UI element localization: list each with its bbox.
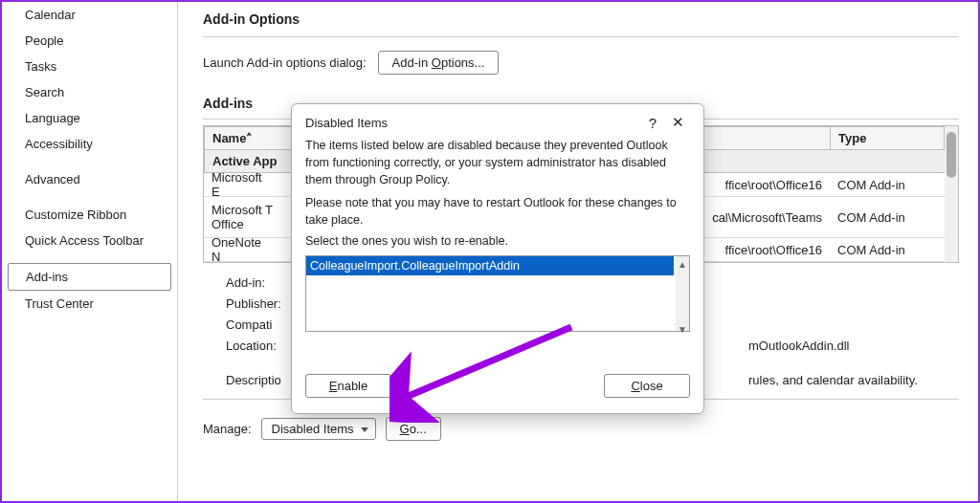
- section-title-addin-options: Add-in Options: [203, 6, 959, 37]
- dialog-text-3: Select the ones you wish to re-enable.: [305, 232, 690, 250]
- options-sidebar: Calendar People Tasks Search Language Ac…: [2, 2, 178, 501]
- sidebar-item-calendar[interactable]: Calendar: [2, 2, 177, 28]
- scroll-up-icon[interactable]: ▲: [678, 256, 687, 266]
- sidebar-item-tasks[interactable]: Tasks: [2, 54, 177, 79]
- dialog-text-2: Please note that you may have to restart…: [305, 194, 690, 229]
- disabled-items-listbox[interactable]: ColleagueImport.ColleagueImportAddin ▲ ▼: [305, 255, 690, 332]
- sidebar-item-language[interactable]: Language: [2, 105, 177, 131]
- disabled-items-dialog: Disabled Items ? ✕ The items listed belo…: [291, 103, 704, 414]
- sidebar-item-advanced[interactable]: Advanced: [2, 166, 177, 192]
- sidebar-item-accessibility[interactable]: Accessibility: [2, 131, 177, 157]
- addin-options-button[interactable]: Add-in Options...: [378, 51, 500, 75]
- dialog-title: Disabled Items: [305, 116, 640, 130]
- launch-label: Launch Add-in options dialog:: [203, 55, 367, 70]
- close-button[interactable]: Close: [604, 374, 690, 398]
- list-item-selected[interactable]: ColleagueImport.ColleagueImportAddin: [306, 256, 674, 275]
- scroll-down-icon[interactable]: ▼: [678, 321, 687, 331]
- detail-location-value: mOutlookAddin.dll: [748, 336, 850, 357]
- sidebar-item-customize-ribbon[interactable]: Customize Ribbon: [2, 202, 177, 228]
- sidebar-item-search[interactable]: Search: [2, 79, 177, 105]
- detail-description-value: rules, and calendar availability.: [748, 370, 918, 391]
- sidebar-item-trust-center[interactable]: Trust Center: [2, 291, 177, 317]
- manage-select[interactable]: Disabled Items: [261, 418, 376, 440]
- dialog-text-1: The items listed below are disabled beca…: [305, 137, 690, 188]
- cell-name: Microsoft E: [204, 173, 280, 196]
- table-header-type[interactable]: Type: [830, 126, 945, 150]
- enable-button[interactable]: Enable: [305, 374, 391, 398]
- sidebar-item-addins[interactable]: Add-ins: [8, 263, 171, 291]
- close-icon[interactable]: ✕: [665, 114, 690, 131]
- help-button[interactable]: ?: [640, 115, 665, 131]
- table-scrollbar[interactable]: [945, 126, 958, 262]
- go-button[interactable]: Go...: [386, 417, 441, 441]
- cell-name: OneNote N: [204, 238, 280, 261]
- sidebar-item-people[interactable]: People: [2, 28, 177, 54]
- scrollbar-thumb[interactable]: [947, 132, 956, 178]
- manage-label: Manage:: [203, 422, 252, 436]
- cell-type: COM Add-in: [830, 238, 945, 261]
- cell-name: Microsoft T Office: [204, 197, 280, 237]
- sidebar-item-qat[interactable]: Quick Access Toolbar: [2, 228, 177, 253]
- cell-type: COM Add-in: [830, 197, 945, 237]
- cell-type: COM Add-in: [830, 173, 945, 196]
- listbox-scrollbar[interactable]: ▲ ▼: [676, 256, 689, 331]
